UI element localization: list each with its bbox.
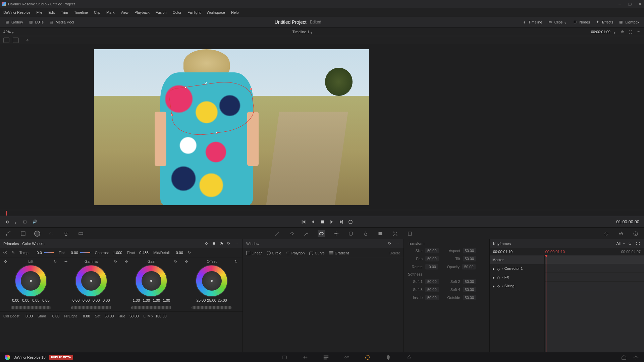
mask-handle[interactable] <box>184 86 186 88</box>
picker-icon[interactable]: ✎ <box>12 250 15 255</box>
minimize-button[interactable]: ─ <box>618 2 622 6</box>
picker-icon[interactable]: ✛ <box>185 259 189 263</box>
chevron-right-icon[interactable]: › <box>502 284 503 288</box>
playhead[interactable] <box>6 211 7 216</box>
viewer[interactable] <box>0 44 644 210</box>
settings-button[interactable] <box>633 354 639 361</box>
sizing-button[interactable] <box>391 230 399 237</box>
expand-icon[interactable]: ⛶ <box>628 29 633 34</box>
chevron-right-icon[interactable]: › <box>502 266 503 270</box>
menu-mark[interactable]: Mark <box>106 10 114 14</box>
kf-corrector-row[interactable]: ●◇›Corrector 1 <box>490 264 544 273</box>
play-button[interactable] <box>329 219 334 225</box>
menu-trim[interactable]: Trim <box>61 10 68 14</box>
picker-icon[interactable]: ✛ <box>4 259 8 263</box>
warper-palette-button[interactable] <box>19 230 27 237</box>
reset-icon[interactable]: ↻ <box>388 241 393 246</box>
mute-icon[interactable]: 🔊 <box>32 219 38 225</box>
keyframe-add-icon[interactable]: ◇ <box>629 241 633 246</box>
lift-jog[interactable] <box>11 306 51 309</box>
pan-value[interactable]: 50.00 <box>425 256 439 261</box>
offset-wheel[interactable] <box>196 265 228 297</box>
wand-icon[interactable]: ✧ <box>25 38 30 43</box>
soft2-value[interactable]: 50.00 <box>463 279 476 284</box>
qualifier-button[interactable] <box>303 230 310 237</box>
menu-edit[interactable]: Edit <box>48 10 55 14</box>
wheels-mode-icon[interactable]: ⊚ <box>205 241 210 246</box>
hilight-value[interactable]: 0.00 <box>79 314 90 318</box>
menu-fairlight[interactable]: Fairlight <box>187 10 201 14</box>
reset-icon[interactable]: ↻ <box>114 259 118 263</box>
diamond-icon[interactable]: ◇ <box>497 267 500 270</box>
diamond-icon[interactable]: ◇ <box>497 276 500 279</box>
menu-playback[interactable]: Playback <box>135 10 150 14</box>
menu-clip[interactable]: Clip <box>94 10 100 14</box>
expand-icon[interactable]: ⛶ <box>636 241 641 246</box>
maximize-button[interactable]: ▢ <box>628 2 632 6</box>
bypass-icon[interactable]: ⊘ <box>620 29 625 34</box>
menu-file[interactable]: File <box>37 10 43 14</box>
menu-help[interactable]: Help <box>231 10 239 14</box>
clips-button[interactable]: ▭Clips <box>548 20 567 24</box>
mask-handle[interactable] <box>171 114 173 116</box>
picker-icon[interactable]: ✛ <box>125 259 129 263</box>
contrast-value[interactable]: 1.000 <box>111 251 122 255</box>
middetail-value[interactable]: 0.00 <box>172 251 183 255</box>
more-icon[interactable]: ⋯ <box>395 241 400 246</box>
hue-value[interactable]: 50.00 <box>127 314 139 318</box>
luts-button[interactable]: ▥LUTs <box>29 20 44 24</box>
soft1-value[interactable]: 50.00 <box>425 279 439 284</box>
effects-button[interactable]: ✦Effects <box>595 20 613 24</box>
key-button[interactable] <box>377 230 384 237</box>
offset-jog[interactable] <box>192 306 232 309</box>
lock-icon[interactable]: ● <box>492 276 496 279</box>
deliver-page-button[interactable] <box>406 354 413 361</box>
pivot-value[interactable]: 0.435 <box>137 251 149 255</box>
delete-window-button[interactable]: Delete <box>389 251 400 255</box>
menu-fusion[interactable]: Fusion <box>156 10 167 14</box>
menu-view[interactable]: View <box>120 10 128 14</box>
edit-page-button[interactable] <box>323 354 329 361</box>
magic-mask-button[interactable] <box>347 230 355 237</box>
curves-palette-button[interactable] <box>5 230 12 237</box>
menu-workspace[interactable]: Workspace <box>207 10 225 14</box>
view-mode-1-button[interactable] <box>3 38 9 43</box>
timeline-button[interactable]: ⫞Timeline <box>522 20 542 24</box>
first-frame-button[interactable] <box>301 219 306 225</box>
motion-palette-button[interactable] <box>77 230 85 237</box>
timeline-name-dropdown[interactable]: Timeline 1 <box>292 30 313 34</box>
tilt-value[interactable]: 50.00 <box>463 256 476 261</box>
mask-center-handle[interactable] <box>204 81 207 84</box>
gain-jog[interactable] <box>131 306 171 309</box>
keyframes-filter[interactable]: All <box>616 241 621 246</box>
split-screen-icon[interactable]: ◫ <box>22 219 28 225</box>
diamond-icon[interactable]: ◇ <box>497 284 500 288</box>
more-icon[interactable]: ⋯ <box>234 241 239 246</box>
chevron-right-icon[interactable]: › <box>502 275 503 279</box>
rgb-mixer-button[interactable] <box>62 230 70 237</box>
view-mode-2-button[interactable] <box>13 38 19 43</box>
soft3-value[interactable]: 50.00 <box>425 287 439 292</box>
lock-icon[interactable]: ● <box>492 284 496 288</box>
lmix-value[interactable]: 100.00 <box>155 314 167 318</box>
warp-tool-button[interactable] <box>288 230 296 237</box>
tint-value[interactable]: 0.00 <box>67 251 78 255</box>
polygon-window-button[interactable]: Polygon <box>286 251 305 255</box>
lightbox-button[interactable]: ▦Lightbox <box>619 20 639 24</box>
color-page-button[interactable] <box>364 354 371 361</box>
scrubber[interactable] <box>0 210 644 216</box>
prev-frame-button[interactable] <box>310 219 316 225</box>
temp-value[interactable]: 0.0 <box>31 251 42 255</box>
menu-timeline[interactable]: Timeline <box>74 10 88 14</box>
inside-value[interactable]: 50.00 <box>425 295 439 300</box>
gallery-button[interactable]: ▦Gallery <box>5 20 23 24</box>
chevron-down-icon[interactable] <box>15 221 17 223</box>
window-tool-button[interactable] <box>318 230 325 237</box>
hdr-palette-button[interactable] <box>48 230 55 237</box>
reset-icon[interactable]: ↻ <box>174 259 178 263</box>
outside-value[interactable]: 50.00 <box>463 295 476 300</box>
mediapool-button[interactable]: ▤Media Pool <box>49 20 74 24</box>
gamma-wheel[interactable] <box>75 265 107 297</box>
gradient-window-button[interactable]: Gradient <box>329 251 349 255</box>
circle-window-button[interactable]: Circle <box>267 251 281 255</box>
